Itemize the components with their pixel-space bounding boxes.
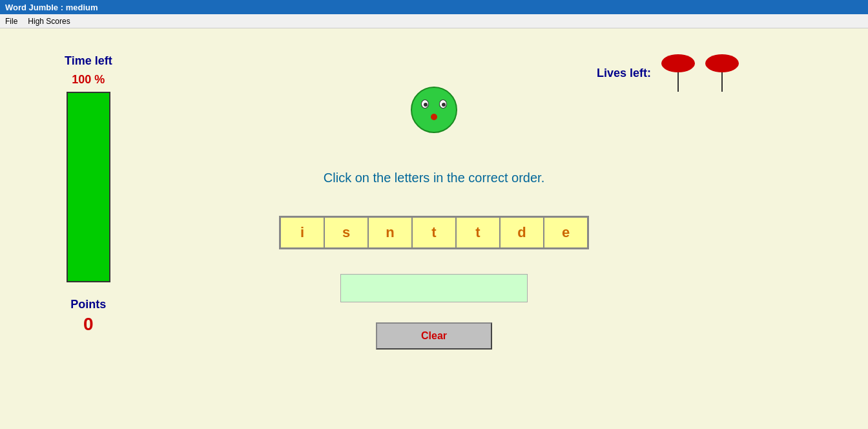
clear-button[interactable]: Clear (376, 322, 492, 350)
balloon-string-2 (721, 72, 723, 92)
main-content: Time left 100 % Points 0 Lives left: (0, 28, 868, 429)
points-label: Points (70, 298, 106, 311)
title-text: Word Jumble : medium (5, 3, 98, 12)
letter-tile-5[interactable]: d (500, 217, 544, 248)
lives-area: Lives left: (597, 54, 739, 92)
letter-tile-2[interactable]: n (368, 217, 412, 248)
timer-bar-container (67, 92, 110, 282)
eye-right (439, 99, 447, 109)
letter-tile-1[interactable]: s (324, 217, 368, 248)
balloon-string-1 (677, 72, 679, 92)
menu-high-scores[interactable]: High Scores (28, 17, 70, 26)
letter-tile-0[interactable]: i (280, 217, 324, 248)
letter-tile-4[interactable]: t (456, 217, 500, 248)
balloon-head-2 (705, 54, 739, 72)
lives-label: Lives left: (597, 67, 651, 80)
nose (431, 114, 437, 120)
life-balloon-2 (705, 54, 739, 92)
time-percent: 100 % (72, 73, 105, 87)
letter-tile-6[interactable]: e (544, 217, 588, 248)
face-container (411, 87, 457, 133)
letters-row: isnttde (279, 216, 589, 249)
pupil-right (442, 103, 446, 107)
menu-bar: File High Scores (0, 14, 868, 28)
menu-file[interactable]: File (5, 17, 17, 26)
letter-tile-3[interactable]: t (412, 217, 456, 248)
left-panel: Time left 100 % Points 0 (65, 54, 112, 335)
timer-bar-fill (68, 93, 109, 281)
time-left-label: Time left (65, 54, 112, 68)
title-bar: Word Jumble : medium (0, 0, 868, 14)
balloon-head-1 (661, 54, 695, 72)
eye-left (421, 99, 429, 109)
instruction: Click on the letters in the correct orde… (324, 171, 544, 185)
pupil-left (424, 103, 428, 107)
answer-box (340, 274, 528, 302)
points-value: 0 (83, 314, 94, 335)
face (411, 87, 457, 133)
life-balloon-1 (661, 54, 695, 92)
